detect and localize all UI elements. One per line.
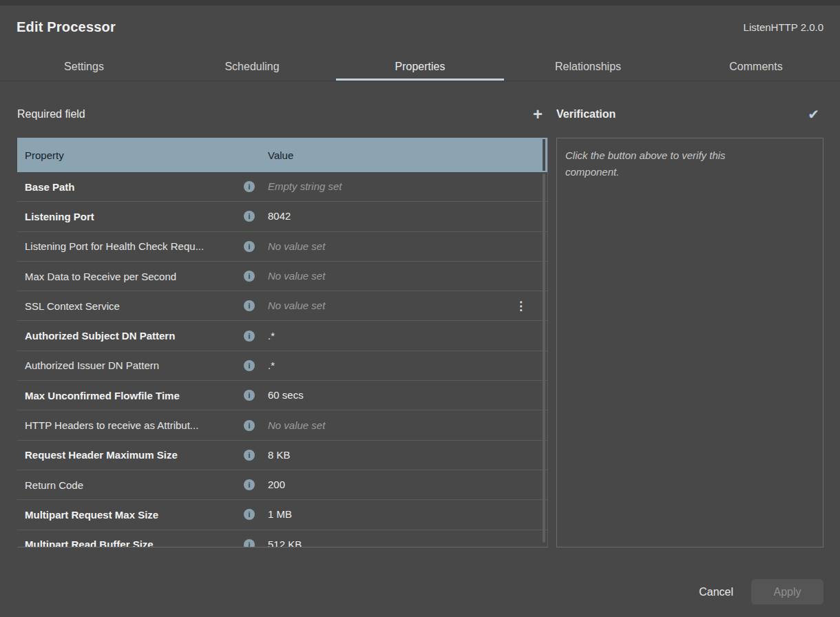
- property-value: 1 MB: [268, 508, 292, 520]
- info-icon: i: [244, 211, 255, 222]
- property-name: Multipart Request Max Size: [25, 509, 244, 521]
- property-name: Listening Port for Health Check Requ...: [25, 240, 244, 252]
- property-name: Listening Port: [25, 211, 244, 222]
- property-row[interactable]: Listening Port i 8042: [17, 202, 547, 231]
- property-row[interactable]: HTTP Headers to receive as Attribut... i…: [17, 410, 547, 440]
- info-icon: i: [244, 300, 255, 311]
- property-value: No value set: [268, 270, 325, 282]
- property-row[interactable]: Listening Port for Health Check Requ... …: [17, 232, 547, 262]
- column-header-value: Value: [268, 149, 547, 161]
- properties-table-body: Base Path i Empty string set Listening P…: [17, 172, 547, 547]
- property-row[interactable]: Base Path i Empty string set: [17, 172, 547, 202]
- property-name: Return Code: [25, 479, 244, 491]
- property-name: Authorized Subject DN Pattern: [25, 330, 244, 342]
- tab-comments[interactable]: Comments: [672, 52, 840, 81]
- dialog-content: Required field + Property Value Base Pat…: [0, 82, 840, 617]
- info-icon: i: [244, 360, 255, 371]
- info-icon: i: [244, 539, 255, 547]
- property-row[interactable]: Max Unconfirmed Flowfile Time i 60 secs: [17, 381, 547, 410]
- tab-relationships[interactable]: Relationships: [504, 52, 672, 81]
- property-name: Max Unconfirmed Flowfile Time: [25, 390, 244, 401]
- property-name: Authorized Issuer DN Pattern: [25, 359, 244, 371]
- property-row[interactable]: Request Header Maximum Size i 8 KB: [17, 441, 547, 470]
- property-name: Multipart Read Buffer Size: [25, 538, 244, 547]
- info-icon: i: [244, 509, 255, 520]
- info-icon: i: [244, 241, 255, 252]
- property-value: No value set: [268, 300, 325, 311]
- property-name: Base Path: [25, 181, 244, 193]
- cancel-button[interactable]: Cancel: [699, 586, 733, 598]
- info-icon: i: [244, 420, 255, 431]
- info-icon: i: [244, 450, 255, 461]
- property-value: Empty string set: [268, 180, 342, 192]
- info-icon: i: [244, 390, 255, 401]
- verification-results-box: Click the button above to verify this co…: [556, 138, 823, 547]
- property-value: No value set: [268, 419, 325, 431]
- required-field-label: Required field: [17, 108, 85, 121]
- tab-scheduling[interactable]: Scheduling: [168, 52, 336, 81]
- property-row[interactable]: Max Data to Receive per Second i No valu…: [17, 262, 547, 291]
- info-icon: i: [244, 181, 255, 192]
- scrollbar-track: [543, 139, 545, 171]
- verify-check-icon[interactable]: ✔: [808, 107, 819, 121]
- property-row[interactable]: Return Code i 200: [17, 470, 547, 500]
- verification-panel: Verification ✔ Click the button above to…: [556, 82, 823, 547]
- tab-properties[interactable]: Properties: [336, 52, 504, 81]
- dialog-title: Edit Processor: [17, 19, 116, 35]
- property-row[interactable]: SSL Context Service i No value set ⋮: [17, 291, 547, 321]
- property-row[interactable]: Multipart Request Max Size i 1 MB: [17, 500, 547, 530]
- info-icon: i: [244, 271, 255, 282]
- property-value: 60 secs: [268, 389, 304, 401]
- property-name: Max Data to Receive per Second: [25, 271, 244, 282]
- verification-label: Verification: [556, 108, 616, 121]
- property-value: .*: [268, 330, 275, 342]
- property-name: SSL Context Service: [25, 300, 244, 312]
- property-row[interactable]: Authorized Issuer DN Pattern i .*: [17, 351, 547, 381]
- property-name: HTTP Headers to receive as Attribut...: [25, 419, 244, 431]
- verification-message: Click the button above to verify this co…: [565, 147, 779, 180]
- property-value: 512 KB: [268, 538, 302, 547]
- info-icon: i: [244, 331, 255, 342]
- property-value: No value set: [268, 240, 325, 252]
- tab-settings[interactable]: Settings: [0, 52, 168, 81]
- property-value: .*: [268, 359, 275, 371]
- property-value: 8 KB: [268, 449, 291, 461]
- property-name: Request Header Maximum Size: [25, 449, 244, 461]
- properties-table: Property Value Base Path i Empty string …: [17, 138, 548, 547]
- property-value: 200: [268, 479, 285, 490]
- tab-bar: Settings Scheduling Properties Relations…: [0, 52, 840, 81]
- column-header-property: Property: [25, 149, 268, 161]
- dialog-header: Edit Processor ListenHTTP 2.0.0: [0, 6, 840, 48]
- backdrop-strip: [0, 0, 840, 6]
- processor-type-version: ListenHTTP 2.0.0: [744, 21, 823, 33]
- scrollbar-thumb[interactable]: [543, 174, 545, 543]
- info-icon: i: [244, 479, 255, 490]
- properties-table-header: Property Value: [17, 138, 547, 172]
- add-property-icon[interactable]: +: [533, 107, 543, 121]
- properties-panel: Required field + Property Value Base Pat…: [17, 82, 548, 547]
- property-value: 8042: [268, 210, 291, 222]
- property-row[interactable]: Authorized Subject DN Pattern i .*: [17, 321, 547, 351]
- edit-processor-dialog: Edit Processor ListenHTTP 2.0.0 Settings…: [0, 0, 840, 617]
- apply-button[interactable]: Apply: [751, 579, 823, 605]
- property-row[interactable]: Multipart Read Buffer Size i 512 KB: [17, 530, 547, 547]
- dialog-footer: Cancel Apply: [699, 579, 823, 605]
- kebab-menu-icon[interactable]: ⋮: [515, 299, 527, 313]
